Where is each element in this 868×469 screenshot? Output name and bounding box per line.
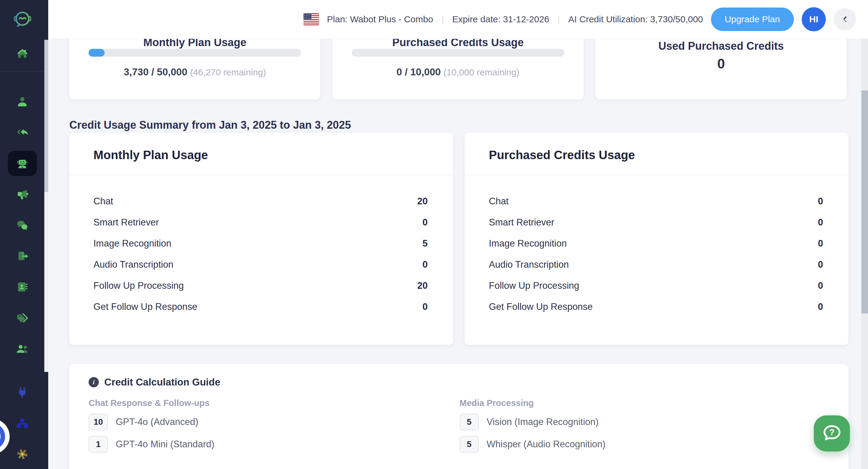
usage-rows: Chat0 Smart Retriever0 Image Recognition… xyxy=(465,175,848,317)
sidebar-item-chats[interactable] xyxy=(0,217,44,232)
credit-cost-chip: 10 xyxy=(89,413,108,430)
sidebar-item-home[interactable] xyxy=(0,46,44,61)
row-label: Audio Transcription xyxy=(93,259,173,270)
usage-tables-row: Monthly Plan Usage Chat20 Smart Retrieve… xyxy=(69,133,848,345)
table-row: Follow Up Processing0 xyxy=(489,275,823,296)
used-credits-value: 0 xyxy=(595,56,846,72)
sidebar-item-ai-bot[interactable] xyxy=(0,151,44,176)
sidebar-item-contact-book[interactable] xyxy=(0,279,44,294)
sidebar-item-replies[interactable] xyxy=(0,125,44,140)
sidebar-item-team[interactable] xyxy=(0,341,44,356)
svg-text:?: ? xyxy=(829,427,835,437)
sidebar-scrollbar-track[interactable] xyxy=(44,40,48,372)
table-row: Audio Transcription0 xyxy=(93,254,428,275)
row-value: 0 xyxy=(818,238,823,249)
us-flag-icon[interactable] xyxy=(304,13,319,25)
row-value: 0 xyxy=(818,196,823,207)
usage-rows: Chat20 Smart Retriever0 Image Recognitio… xyxy=(69,175,453,317)
chevron-left-icon xyxy=(840,14,850,24)
card-title: Used Purchased Credits xyxy=(595,40,846,53)
sidebar-item-tags[interactable] xyxy=(0,310,44,325)
guide-item: 5 Whisper (Audio Recognition) xyxy=(460,436,831,453)
row-value: 0 xyxy=(818,217,823,228)
page-scrollbar-track[interactable] xyxy=(861,39,868,469)
help-chat-icon: ? xyxy=(821,422,843,445)
floating-ring-inner xyxy=(0,423,5,450)
collapse-panel-button[interactable] xyxy=(834,8,856,30)
usage-value: 0 / 10,000 xyxy=(397,66,441,77)
guide-item-label: Vision (Image Recognition) xyxy=(487,416,599,428)
upgrade-plan-button[interactable]: Upgrade Plan xyxy=(711,7,794,31)
row-value: 0 xyxy=(423,302,428,312)
expire-date-label: Expire date: 31-12-2026 xyxy=(452,14,549,24)
sidebar-item-contacts[interactable] xyxy=(0,94,44,109)
contact-book-icon xyxy=(15,280,30,294)
table-row: Image Recognition0 xyxy=(489,233,823,254)
row-label: Audio Transcription xyxy=(489,259,569,270)
purchased-usage-text: 0 / 10,000 (10,000 remaining) xyxy=(333,66,584,78)
user-avatar[interactable]: HI xyxy=(802,7,826,31)
sidebar-item-export[interactable] xyxy=(0,249,44,264)
row-label: Chat xyxy=(93,196,113,207)
sidebar-scrollbar-thumb[interactable] xyxy=(44,40,48,192)
monthly-usage-text: 3,730 / 50,000 (46,270 remaining) xyxy=(69,66,320,78)
row-value: 0 xyxy=(818,302,823,312)
guide-columns: Chat Response & Follow-ups 10 GPT-4o (Ad… xyxy=(89,398,830,453)
guide-item: 10 GPT-4o (Advanced) xyxy=(89,413,460,430)
row-label: Follow Up Processing xyxy=(489,280,579,291)
monthly-progress-fill xyxy=(89,49,104,57)
reply-arrows-icon xyxy=(15,125,30,139)
help-chat-button[interactable]: ? xyxy=(814,415,850,451)
row-label: Follow Up Processing xyxy=(93,280,184,291)
sidebar-item-settings[interactable] xyxy=(0,447,44,462)
guide-column-chat: Chat Response & Follow-ups 10 GPT-4o (Ad… xyxy=(89,398,460,453)
table-row: Smart Retriever0 xyxy=(489,212,823,233)
row-label: Smart Retriever xyxy=(93,217,159,228)
person-icon xyxy=(15,94,30,109)
page-title: Credit Usage Summary from Jan 3, 2025 to… xyxy=(69,119,351,131)
row-value: 0 xyxy=(818,259,823,270)
usage-remaining: (10,000 remaining) xyxy=(444,67,520,77)
table-row: Follow Up Processing20 xyxy=(93,275,428,296)
sidebar xyxy=(0,0,48,469)
sidebar-item-integrations[interactable] xyxy=(0,385,44,400)
row-value: 20 xyxy=(417,196,428,207)
table-title: Purchased Credits Usage xyxy=(489,148,848,162)
row-label: Smart Retriever xyxy=(489,217,554,228)
home-icon xyxy=(15,46,30,61)
monthly-progress-bar xyxy=(89,49,301,57)
plug-icon xyxy=(15,385,30,400)
row-value: 0 xyxy=(423,217,428,228)
guide-title-row: i Credit Calculation Guide xyxy=(89,376,830,388)
guide-column-heading: Chat Response & Follow-ups xyxy=(89,398,460,408)
sidebar-divider xyxy=(0,71,48,72)
table-row: Image Recognition5 xyxy=(93,233,428,254)
row-value: 20 xyxy=(417,280,428,291)
page-scrollbar-thumb[interactable] xyxy=(861,90,868,313)
row-value: 5 xyxy=(423,238,428,249)
sidebar-item-broadcast[interactable] xyxy=(0,187,44,201)
plan-label: Plan: Wabot Plus - Combo xyxy=(327,14,433,24)
table-title: Monthly Plan Usage xyxy=(93,148,453,162)
guide-item-label: Whisper (Audio Recognition) xyxy=(487,439,606,450)
table-row: Audio Transcription0 xyxy=(489,254,823,275)
tags-icon xyxy=(15,311,30,325)
credit-utilization-label: AI Credit Utilization: 3,730/50,000 xyxy=(568,14,703,24)
credit-cost-chip: 5 xyxy=(460,413,479,430)
table-row: Smart Retriever0 xyxy=(93,212,428,233)
users-icon xyxy=(15,342,30,356)
wabot-logo-icon xyxy=(12,10,33,30)
table-row: Chat0 xyxy=(489,191,823,212)
chat-bubbles-icon xyxy=(15,218,30,232)
guide-item-label: GPT-4o (Advanced) xyxy=(116,416,198,428)
guide-column-media: Media Processing 5 Vision (Image Recogni… xyxy=(460,398,831,453)
table-row: Chat20 xyxy=(93,191,428,212)
guide-item-label: GPT-4o Mini (Standard) xyxy=(116,439,214,450)
info-icon: i xyxy=(89,377,99,387)
purchased-usage-table-card: Purchased Credits Usage Chat0 Smart Retr… xyxy=(465,133,848,345)
usage-remaining: (46,270 remaining) xyxy=(190,67,266,77)
wabot-logo xyxy=(0,8,44,31)
row-label: Image Recognition xyxy=(93,238,172,249)
row-label: Image Recognition xyxy=(489,238,567,249)
row-label: Get Follow Up Response xyxy=(489,302,593,312)
